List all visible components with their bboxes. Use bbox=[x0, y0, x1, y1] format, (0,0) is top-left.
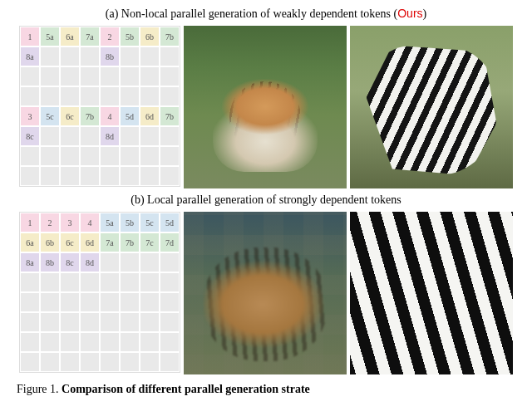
token-cell bbox=[20, 66, 40, 86]
token-cell bbox=[120, 146, 140, 166]
token-cell bbox=[160, 312, 180, 332]
token-cell bbox=[80, 146, 100, 166]
token-cell bbox=[60, 352, 80, 372]
token-cell: 6d bbox=[140, 106, 160, 126]
token-cell: 5d bbox=[160, 213, 180, 232]
token-cell bbox=[160, 252, 180, 272]
token-cell: 5c bbox=[140, 213, 160, 232]
token-cell: 3 bbox=[60, 213, 80, 232]
token-cell bbox=[100, 312, 120, 332]
token-cell bbox=[40, 46, 60, 66]
token-cell bbox=[140, 312, 160, 332]
token-cell: 7b bbox=[160, 106, 180, 126]
figure-caption: Figure 1. Comparison of different parall… bbox=[0, 379, 532, 396]
token-cell bbox=[40, 312, 60, 332]
token-cell: 7b bbox=[120, 232, 140, 252]
token-cell bbox=[160, 66, 180, 86]
token-cell bbox=[100, 272, 120, 292]
token-cell bbox=[100, 292, 120, 312]
token-cell bbox=[20, 272, 40, 292]
token-cell: 6c bbox=[60, 232, 80, 252]
token-cell bbox=[120, 126, 140, 146]
token-cell bbox=[40, 146, 60, 166]
ours-label: Ours bbox=[397, 7, 422, 20]
caption-bold: Comparison of different parallel generat… bbox=[62, 383, 310, 395]
token-cell: 8b bbox=[100, 46, 120, 66]
token-cell bbox=[160, 332, 180, 352]
token-cell bbox=[120, 252, 140, 272]
token-cell: 8c bbox=[60, 252, 80, 272]
token-cell bbox=[140, 352, 160, 372]
token-cell bbox=[20, 312, 40, 332]
caption-prefix: Figure 1. bbox=[17, 383, 62, 395]
token-cell bbox=[20, 332, 40, 352]
token-cell bbox=[140, 66, 160, 86]
panel-a: 15a6a7a25b6b7b8a8b35c6c7b45d6d7b8c8d bbox=[17, 26, 515, 188]
token-cell bbox=[120, 66, 140, 86]
token-cell bbox=[160, 352, 180, 372]
token-cell bbox=[140, 126, 160, 146]
token-cell: 8b bbox=[40, 252, 60, 272]
token-cell bbox=[100, 166, 120, 186]
token-cell: 1 bbox=[20, 213, 40, 232]
token-cell bbox=[120, 352, 140, 372]
token-cell bbox=[60, 66, 80, 86]
token-cell bbox=[80, 312, 100, 332]
token-grid-b: 12345a5b5c5d6a6b6c6d7a7b7c7d8a8b8c8d bbox=[19, 212, 180, 373]
token-cell bbox=[160, 46, 180, 66]
panel-b: 12345a5b5c5d6a6b6c6d7a7b7c7d8a8b8c8d bbox=[17, 212, 515, 374]
panel-a-title-suffix: ) bbox=[423, 7, 427, 20]
token-cell: 7a bbox=[100, 232, 120, 252]
panel-a-title-text: (a) Non-local parallel generation of wea… bbox=[106, 7, 397, 20]
token-cell: 8d bbox=[100, 126, 120, 146]
token-cell bbox=[20, 86, 40, 106]
token-cell bbox=[100, 146, 120, 166]
token-cell: 5b bbox=[120, 213, 140, 232]
token-cell bbox=[40, 332, 60, 352]
token-cell bbox=[120, 166, 140, 186]
token-cell: 5a bbox=[100, 213, 120, 232]
image-tiger-ours bbox=[184, 26, 347, 188]
token-cell bbox=[120, 46, 140, 66]
token-cell: 6b bbox=[40, 232, 60, 252]
token-cell: 2 bbox=[40, 213, 60, 232]
token-cell bbox=[120, 332, 140, 352]
token-cell bbox=[100, 332, 120, 352]
token-cell: 2 bbox=[100, 27, 120, 46]
token-cell bbox=[60, 332, 80, 352]
token-cell bbox=[60, 146, 80, 166]
token-cell bbox=[80, 86, 100, 106]
token-cell: 1 bbox=[20, 27, 40, 46]
token-cell bbox=[80, 292, 100, 312]
panel-b-title-text: (b) Local parallel generation of strongl… bbox=[131, 193, 401, 206]
token-cell bbox=[160, 86, 180, 106]
token-cell bbox=[160, 166, 180, 186]
token-cell bbox=[40, 66, 60, 86]
token-cell bbox=[120, 86, 140, 106]
image-tiger-local bbox=[184, 212, 347, 374]
panel-b-title: (b) Local parallel generation of strongl… bbox=[17, 193, 515, 207]
token-cell: 7b bbox=[160, 27, 180, 46]
token-cell: 8c bbox=[20, 126, 40, 146]
token-cell: 5a bbox=[40, 27, 60, 46]
token-cell: 6c bbox=[60, 106, 80, 126]
token-cell bbox=[40, 166, 60, 186]
token-cell bbox=[120, 272, 140, 292]
image-zebra-local bbox=[350, 212, 513, 374]
token-cell bbox=[80, 66, 100, 86]
token-cell bbox=[80, 352, 100, 372]
token-cell: 5d bbox=[120, 106, 140, 126]
token-cell: 4 bbox=[80, 213, 100, 232]
token-cell bbox=[120, 312, 140, 332]
token-cell bbox=[60, 86, 80, 106]
token-cell bbox=[140, 46, 160, 66]
token-cell bbox=[60, 292, 80, 312]
token-cell bbox=[20, 146, 40, 166]
token-cell: 3 bbox=[20, 106, 40, 126]
token-cell: 4 bbox=[100, 106, 120, 126]
token-cell: 7c bbox=[140, 232, 160, 252]
token-cell bbox=[40, 126, 60, 146]
token-cell bbox=[100, 252, 120, 272]
token-cell bbox=[40, 292, 60, 312]
token-cell bbox=[40, 352, 60, 372]
